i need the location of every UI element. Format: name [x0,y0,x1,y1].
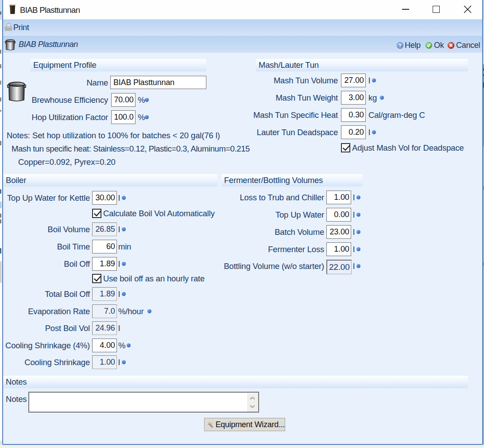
svg-text:?: ? [399,43,401,48]
